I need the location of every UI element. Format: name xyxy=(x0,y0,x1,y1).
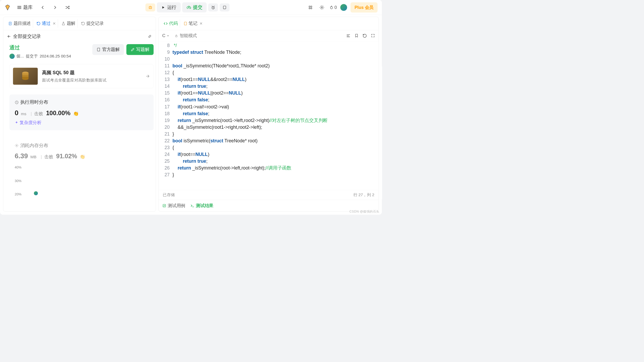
code-controls: C 智能模式 xyxy=(159,30,379,41)
tab-passed-label: 通过 xyxy=(42,21,50,27)
expand-icon xyxy=(371,34,375,38)
timer-button[interactable] xyxy=(208,3,218,11)
close2-icon[interactable]: ✕ xyxy=(200,21,203,26)
link-button[interactable] xyxy=(147,34,152,39)
tab-solution[interactable]: 题解 xyxy=(59,19,78,28)
tab-results[interactable]: 测试结果 xyxy=(190,203,213,209)
topbar-left: 题库 xyxy=(4,3,71,11)
plus-button[interactable]: Plus 会员 xyxy=(351,2,378,13)
complexity-link[interactable]: 复杂度分析 xyxy=(15,120,148,126)
small-avatar[interactable] xyxy=(9,54,15,59)
svg-point-13 xyxy=(16,145,17,146)
history2-icon xyxy=(81,21,85,25)
nav-next[interactable] xyxy=(51,3,59,11)
nav-problems-label: 题库 xyxy=(23,4,33,10)
streak-counter[interactable]: 0 xyxy=(329,5,337,10)
runtime-beat-label: 击败 xyxy=(34,111,43,117)
promo-subtitle: 面试考点全覆盖应对高阶数据库面试 xyxy=(42,78,141,83)
memory-value: 6.39 xyxy=(15,152,28,160)
bot-button[interactable] xyxy=(146,3,155,11)
database-icon xyxy=(21,71,29,81)
watermark: CSDN @倔强的石头 xyxy=(350,209,380,214)
right-panel: 代码 笔记 ✕ C 智能模式 xyxy=(158,17,379,212)
runtime-card: 执行用时分布 0 ms | 击败 100.00% 👏 复杂度分析 xyxy=(9,95,154,130)
arrow-left-icon[interactable] xyxy=(7,34,11,38)
bot-icon xyxy=(148,5,153,10)
submitted-prefix: 提交于 xyxy=(26,54,38,59)
tab-testcases[interactable]: 测试用例 xyxy=(162,203,185,209)
note-button[interactable] xyxy=(220,3,230,11)
bookmark-icon xyxy=(354,34,358,38)
submitted-time: 2024.06.25 00:54 xyxy=(40,54,71,59)
tab-results-label: 测试结果 xyxy=(196,203,213,209)
action-group: 运行 提交 xyxy=(146,2,230,13)
topbar-right: 0 Plus 会员 xyxy=(306,2,377,13)
editor-status-bar: 已存储 行 27，列 2 xyxy=(159,190,379,200)
svg-rect-4 xyxy=(223,6,226,9)
gear2-icon xyxy=(15,143,19,147)
tab-description[interactable]: 题目描述 xyxy=(6,19,33,28)
editor-mode[interactable]: 智能模式 xyxy=(175,33,197,39)
left-tab-bar: 题目描述 通过 ✕ 题解 提交记录 xyxy=(3,17,156,31)
runtime-percent: 100.00% xyxy=(46,109,70,116)
grid-button[interactable] xyxy=(306,3,314,11)
user-avatar[interactable] xyxy=(340,4,347,11)
streak-count: 0 xyxy=(334,5,337,10)
breadcrumb-row: 全部提交记录 xyxy=(3,30,156,42)
clap-icon: 👏 xyxy=(73,111,79,116)
check-square-icon xyxy=(162,204,166,208)
tab-description-label: 题目描述 xyxy=(14,21,31,27)
memory-title: 消耗内存分布 xyxy=(20,142,48,149)
arrow-right-icon xyxy=(145,74,150,79)
tab-passed[interactable]: 通过 ✕ xyxy=(34,19,58,28)
shuffle-button[interactable] xyxy=(63,3,71,11)
status-title: 通过 xyxy=(9,44,90,51)
breadcrumb-label[interactable]: 全部提交记录 xyxy=(13,33,41,39)
author-row: 倔... 提交于 2024.06.25 00:54 xyxy=(9,54,90,59)
reset-button[interactable] xyxy=(363,34,367,38)
tab-code-label: 代码 xyxy=(169,21,178,27)
svg-rect-14 xyxy=(184,22,187,25)
svg-rect-6 xyxy=(311,6,312,7)
fullscreen-button[interactable] xyxy=(371,34,375,38)
left-panel: 题目描述 通过 ✕ 题解 提交记录 全部提交记录 xyxy=(3,17,156,212)
chevron-left-icon xyxy=(40,5,45,10)
memory-card: 消耗内存分布 6.39 MB | 击败 91.02% 👏 40%30%20% xyxy=(9,138,154,201)
bottom-tabs: 测试用例 测试结果 xyxy=(159,200,379,211)
edit-icon xyxy=(131,48,135,51)
write-solution-button[interactable]: 写题解 xyxy=(126,44,153,55)
runtime-unit: ms xyxy=(21,111,26,116)
gear-icon xyxy=(320,5,324,10)
alarm-icon xyxy=(211,5,215,10)
format-button[interactable] xyxy=(346,34,351,38)
run-label: 运行 xyxy=(167,4,177,10)
svg-point-9 xyxy=(321,7,322,8)
chevron-down-icon xyxy=(167,34,170,37)
submit-button[interactable]: 提交 xyxy=(182,2,207,13)
tab-code[interactable]: 代码 xyxy=(161,19,180,28)
mode-label: 智能模式 xyxy=(180,33,197,39)
topbar: 题库 运行 提交 xyxy=(0,0,382,15)
run-button[interactable]: 运行 xyxy=(157,2,180,13)
shuffle-icon xyxy=(65,5,70,10)
nav-problems[interactable]: 题库 xyxy=(15,3,34,11)
svg-point-2 xyxy=(151,7,151,8)
author-name: 倔... xyxy=(16,54,24,59)
clock-icon xyxy=(15,100,19,104)
settings-button[interactable] xyxy=(318,3,326,11)
tab-history[interactable]: 提交记录 xyxy=(79,19,106,28)
note-icon xyxy=(222,5,227,10)
language-selector[interactable]: C xyxy=(162,33,169,38)
tab-testcases-label: 测试用例 xyxy=(168,203,185,209)
svg-rect-0 xyxy=(149,7,152,9)
logo[interactable] xyxy=(4,4,11,11)
official-solution-button[interactable]: 官方题解 xyxy=(92,44,124,55)
promo-card[interactable]: 高频 SQL 50 题 面试考点全覆盖应对高阶数据库面试 xyxy=(9,64,154,89)
nav-prev[interactable] xyxy=(39,3,47,11)
cursor-position: 行 27，列 2 xyxy=(353,192,375,198)
promo-title: 高频 SQL 50 题 xyxy=(42,69,141,76)
bookmark-button[interactable] xyxy=(354,34,358,38)
code-editor[interactable]: 89101112131415161718192021222324252627 *… xyxy=(159,41,379,190)
close-icon[interactable]: ✕ xyxy=(53,21,56,26)
tab-notes[interactable]: 笔记 ✕ xyxy=(181,19,205,28)
